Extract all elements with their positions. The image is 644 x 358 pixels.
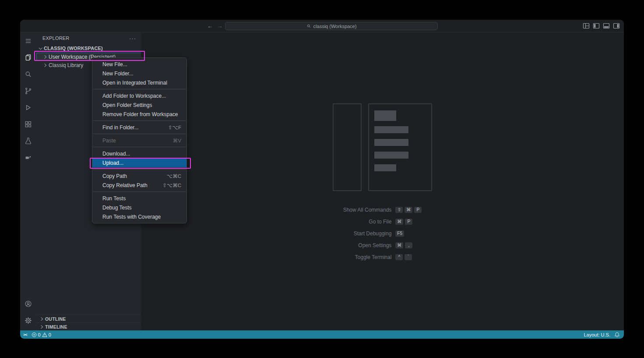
context-menu: New File... New Folder... Open in Integr… [92,57,187,223]
illustration-bar [374,126,408,133]
error-icon [32,332,37,337]
account-icon [24,300,32,308]
menu-item-open-in-terminal[interactable]: Open in Integrated Terminal [92,78,187,87]
shortcut-keys: ⌘ , [395,242,422,248]
menu-item-new-file[interactable]: New File... [92,60,187,69]
menu-item-label: Run Tests with Coverage [102,214,161,220]
shortcut-keys: F5 [395,230,422,237]
menu-item-add-folder-to-workspace[interactable]: Add Folder to Workspace... [92,91,187,100]
testing-button[interactable] [20,132,36,149]
key-backtick: ` [405,254,412,260]
problems-indicator[interactable]: 0 0 [32,332,51,337]
warning-count: 0 [49,332,51,337]
source-control-button[interactable] [20,82,36,99]
menu-item-open-folder-settings[interactable]: Open Folder Settings [92,100,187,110]
toggle-primary-sidebar-icon[interactable] [592,22,600,29]
illustration-bar [374,164,396,171]
toggle-panel-icon[interactable] [602,22,610,29]
play-debug-icon [24,103,32,112]
menu-item-copy-relative-path[interactable]: Copy Relative Path ⇧⌥⌘C [92,181,187,190]
menu-item-label: Run Tests [102,195,126,202]
remote-explorer-button[interactable] [20,149,36,166]
menu-item-find-in-folder[interactable]: Find in Folder... ⇧⌥F [92,123,187,132]
toggle-secondary-sidebar-icon[interactable] [612,22,620,29]
menu-item-shortcut: ⇧⌥⌘C [162,182,181,188]
explorer-button[interactable] [20,49,36,66]
key-p: P [414,207,422,213]
custom-extension-icon [24,153,32,162]
workspace-label: CLASSIQ (WORKSPACE) [44,46,103,51]
menu-item-remove-folder[interactable]: Remove Folder from Workspace [92,110,187,119]
panel-label: OUTLINE [45,316,66,322]
menu-item-upload[interactable]: Upload... [92,158,187,167]
illustration-bar [374,139,408,146]
files-icon [24,53,32,62]
menu-item-label: Paste [102,138,116,144]
remote-indicator-icon[interactable]: >< [23,333,27,337]
search-icon [24,70,32,78]
menu-item-label: Remove Folder from Workspace [102,111,178,117]
watermark-shortcuts: Show All Commands ⇧ ⌘ P Go to File ⌘ P S… [343,207,422,260]
settings-button[interactable] [20,312,36,329]
editor-area: Show All Commands ⇧ ⌘ P Go to File ⌘ P S… [141,32,624,330]
extensions-icon [24,120,32,128]
error-count: 0 [38,332,41,337]
account-button[interactable] [20,295,36,312]
vscode-window: ← → classiq (Workspace) [20,20,624,339]
gear-icon [24,316,32,325]
menu-item-copy-path[interactable]: Copy Path ⌥⌘C [92,171,187,181]
back-icon[interactable]: ← [206,20,215,32]
shortcut-label: Start Debugging [343,230,392,237]
extensions-button[interactable] [20,116,36,132]
command-center-label: classiq (Workspace) [313,24,357,29]
key-ctrl: ^ [395,254,403,260]
search-button[interactable] [20,66,36,82]
menu-separator [93,134,186,134]
more-actions-icon[interactable]: ··· [129,35,136,42]
menu-separator [93,121,186,121]
menu-item-debug-tests[interactable]: Debug Tests [92,203,187,212]
customize-layout-icon[interactable] [582,22,590,29]
activity-bar [20,32,36,330]
key-cmd: ⌘ [395,242,403,248]
menu-item-run-tests-coverage[interactable]: Run Tests with Coverage [92,212,187,221]
keyboard-layout-status[interactable]: Layout: U.S. [584,332,610,337]
chevron-right-icon [39,317,43,320]
command-center-search[interactable]: classiq (Workspace) [225,22,438,30]
beaker-icon [24,137,32,145]
menu-item-run-tests[interactable]: Run Tests [92,194,187,203]
menu-separator [93,89,186,89]
menu-item-label: Copy Path [102,173,127,179]
menu-item-shortcut: ⌘V [173,138,181,144]
menu-item-label: Open in Integrated Terminal [102,80,167,86]
menu-item-new-folder[interactable]: New Folder... [92,69,187,78]
shortcut-keys: ^ ` [395,254,422,260]
menu-item-download[interactable]: Download... [92,149,187,158]
shortcut-label: Show All Commands [343,207,392,213]
forward-icon[interactable]: → [215,20,224,32]
menu-item-label: Download... [102,151,130,157]
bell-icon[interactable] [614,332,620,337]
status-bar: >< 0 0 Layout: U.S. [20,330,624,339]
menu-item-label: Upload... [102,160,123,166]
chevron-down-icon [39,46,42,50]
menu-separator [93,191,186,192]
shortcut-keys: ⌘ P [395,219,422,225]
outline-section[interactable]: OUTLINE [36,315,141,323]
watermark-illustration [333,103,432,191]
menu-item-label: Find in Folder... [102,124,139,131]
timeline-section[interactable]: TIMELINE [36,323,141,330]
sidebar-title: EXPLORER [42,35,70,41]
layout-controls [582,22,620,29]
menu-item-label: Debug Tests [102,205,132,211]
sidebar-header: EXPLORER ··· [36,32,141,44]
illustration-bar [374,152,408,159]
run-debug-button[interactable] [20,99,36,116]
menu-button[interactable] [20,32,36,49]
workspace-section-header[interactable]: CLASSIQ (WORKSPACE) [36,44,141,53]
tree-item-label: Classiq Library [49,62,83,68]
key-f5: F5 [395,230,404,237]
panel-label: TIMELINE [45,324,67,330]
menu-item-paste: Paste ⌘V [92,136,187,145]
key-p: P [405,219,412,225]
